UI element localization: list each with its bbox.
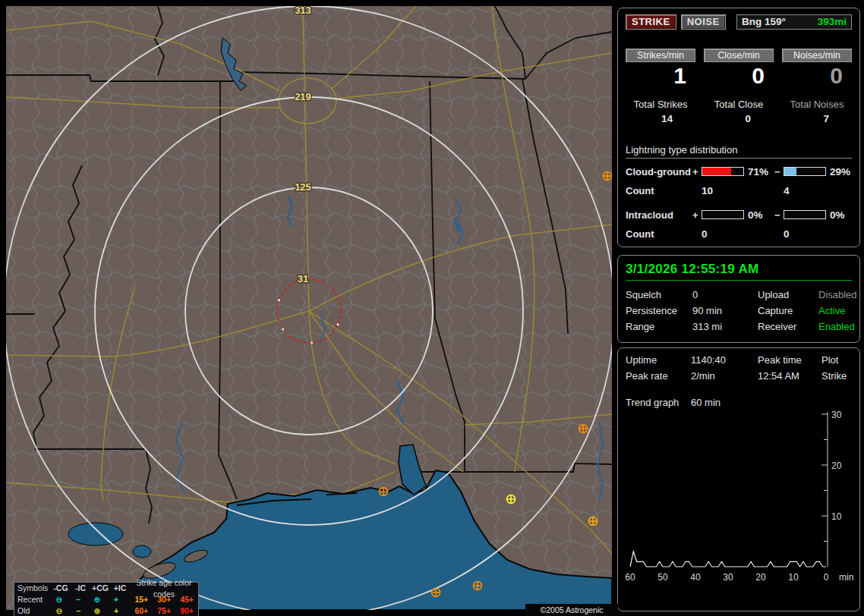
intracloud-label: Intracloud — [626, 209, 692, 221]
cg-negative-bar-fill — [784, 168, 796, 175]
old-pos-ic-icon: + — [107, 605, 126, 616]
datetime-display: 3/1/2026 12:55:19 AM — [626, 262, 852, 281]
cloud-ground-row: Cloud-ground + 71% − 29% — [626, 165, 852, 178]
bearing-readout: Bng 159° 393mi — [736, 14, 852, 30]
capture-label: Capture — [758, 305, 818, 316]
peak-time-label: Peak time — [758, 354, 821, 366]
upload-value: Disabled — [818, 289, 857, 300]
cg-negative-pct: 29% — [826, 166, 852, 178]
cloud-ground-label: Cloud-ground — [626, 166, 692, 178]
peak-rate-label: Peak rate — [626, 370, 691, 382]
total-close-value: 0 — [704, 113, 774, 124]
squelch-value: 0 — [692, 289, 758, 300]
close-column: Close/min 0 — [704, 49, 774, 90]
age-code-60: 60+ — [130, 605, 153, 616]
cg-negative-count: 4 — [784, 185, 826, 196]
noises-column: Noises/min 0 — [782, 49, 852, 90]
age-code-15: 15+ — [130, 594, 153, 605]
session-grid: Uptime 1140:40 Peak time Plot Peak rate … — [626, 354, 852, 408]
cg-strike-icon — [579, 425, 588, 433]
ic-positive-count: 0 — [702, 228, 744, 240]
y-tick-20: 20 — [831, 460, 842, 471]
cg-strike-icon — [589, 517, 598, 526]
strike-mode-button[interactable]: STRIKE — [626, 14, 676, 30]
age-code-30: 30+ — [153, 594, 175, 605]
legend-header-pos-cg: +CG — [90, 583, 110, 594]
rate-labels-row: Strikes/min 1 Close/min 0 Noises/min 0 — [626, 49, 852, 90]
distance-value: 393mi — [818, 16, 847, 27]
total-strikes-label: Total Strikes — [626, 99, 695, 110]
lightning-map: 31125219313 Symbols -CG -IC +CG +IC Stri… — [6, 6, 612, 610]
cg-count-label: Count — [626, 185, 692, 196]
close-per-min-button[interactable]: Close/min — [704, 49, 774, 62]
range-value: 313 mi — [692, 321, 758, 332]
cloud-ground-count-row: Count 10 4 — [626, 184, 852, 196]
x-tick-60: 60 — [625, 572, 635, 583]
ring-label-31: 31 — [298, 273, 308, 284]
x-tick-0: 0 — [824, 572, 829, 583]
squelch-label: Squelch — [626, 289, 692, 300]
ic-positive-pct: 0% — [744, 209, 774, 221]
receiver-label: Receiver — [758, 321, 818, 332]
upload-label: Upload — [758, 289, 818, 300]
map-canvas: 31125219313 — [6, 6, 612, 610]
trend-graph: 30 20 10 60 50 40 30 20 10 0 min — [623, 406, 856, 609]
strikes-per-min-value: 1 — [626, 62, 695, 90]
bearing-value: Bng 159° — [742, 16, 786, 27]
persistence-value: 90 min — [692, 305, 758, 316]
minus-sign: − — [774, 166, 784, 178]
ic-negative-bar — [784, 210, 826, 219]
noise-mode-button[interactable]: NOISE — [681, 14, 726, 30]
capture-value: Active — [818, 305, 857, 316]
legend-recent-row: Recent ⊖ − ⊕ + 15+ 30+ 45+ — [14, 594, 198, 605]
plot-mode-value: Strike — [821, 370, 852, 382]
total-noises-value: 7 — [782, 113, 852, 124]
copyright-notice: ©2005 Astrogenic Systems — [525, 604, 618, 616]
status-grid: Squelch 0 Upload Disabled Persistence 90… — [626, 289, 852, 332]
display-mode-toolbar: STRIKE NOISE Bng 159° 393mi — [626, 14, 852, 29]
peak-time-value: 12:54 AM — [758, 370, 821, 382]
recent-pos-cg-icon: ⊕ — [87, 594, 106, 605]
strikes-column: Strikes/min 1 — [626, 49, 695, 90]
intracloud-row: Intracloud + 0% − 0% — [626, 209, 852, 221]
ring-label-125: 125 — [295, 181, 311, 193]
peak-rate-value: 2/min — [691, 370, 758, 382]
status-panel: 3/1/2026 12:55:19 AM Squelch 0 Upload Di… — [617, 255, 860, 343]
age-code-45: 45+ — [175, 594, 198, 605]
ic-negative-count: 0 — [784, 228, 826, 240]
range-label: Range — [626, 321, 692, 332]
cg-strike-icon — [604, 172, 612, 181]
x-axis-unit: min — [839, 572, 853, 583]
uptime-value: 1140:40 — [691, 354, 758, 366]
map-legend: Symbols -CG -IC +CG +IC Strike age color… — [14, 582, 199, 616]
cg-strike-icon — [432, 589, 440, 597]
y-tick-30: 30 — [831, 410, 842, 420]
total-noises-label: Total Noises — [782, 99, 852, 110]
plus-sign: + — [692, 209, 702, 221]
old-neg-ic-icon: − — [68, 605, 87, 616]
x-tick-40: 40 — [690, 572, 701, 583]
app-window: 31125219313 Symbols -CG -IC +CG +IC Stri… — [0, 0, 864, 616]
noises-per-min-button[interactable]: Noises/min — [782, 49, 852, 62]
minus-sign: − — [774, 209, 784, 221]
total-strikes-value: 14 — [626, 113, 695, 124]
cg-negative-bar — [784, 167, 826, 176]
legend-symbols-label: Symbols — [14, 583, 51, 594]
legend-old-row: Old ⊖ − ⊕ + 60+ 75+ 90+ — [14, 605, 198, 616]
trend-axis — [821, 412, 828, 567]
x-tick-50: 50 — [657, 572, 668, 583]
legend-old-label: Old — [14, 605, 49, 616]
strikes-per-min-button[interactable]: Strikes/min — [626, 49, 695, 62]
ring-label-219: 219 — [295, 91, 311, 102]
noises-per-min-value: 0 — [782, 62, 852, 90]
x-tick-10: 10 — [788, 572, 799, 583]
session-trend-panel: Uptime 1140:40 Peak time Plot Peak rate … — [617, 347, 860, 611]
cg-positive-bar-fill — [702, 168, 731, 175]
receiver-value: Enabled — [818, 321, 857, 332]
recent-neg-ic-icon: − — [68, 594, 87, 605]
ic-positive-bar — [702, 210, 744, 219]
cg-positive-count: 10 — [702, 185, 744, 196]
legend-header-neg-ic: -IC — [71, 583, 90, 594]
cg-positive-bar — [702, 167, 744, 176]
legend-header-row: Symbols -CG -IC +CG +IC Strike age color… — [14, 583, 198, 594]
